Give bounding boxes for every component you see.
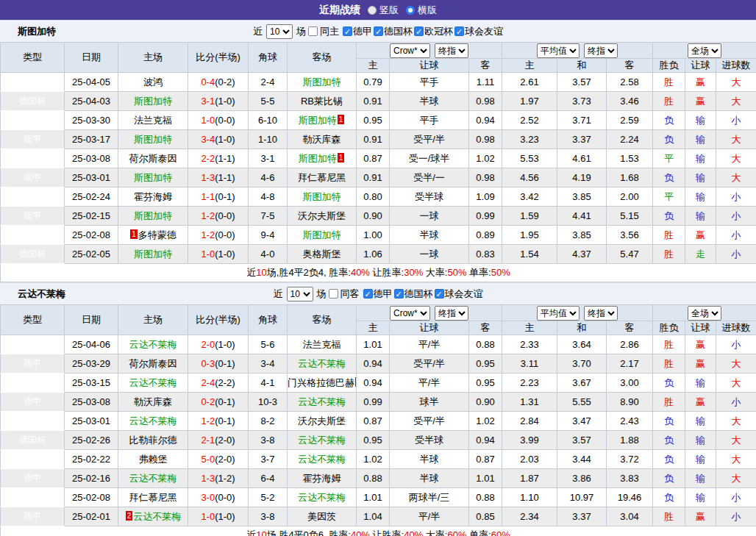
odds-stage-select[interactable]: 终指 [435,43,468,58]
result-goals: 大 [716,450,756,469]
home-team: 霍芬海姆 [118,187,188,207]
league-filter-item[interactable]: ✓欧冠杯 [414,25,453,38]
match-date: 25-02-08 [65,488,118,507]
summary-segment: 单率: [466,267,491,278]
team-name: 法兰克福 [134,115,172,126]
radio-unselected-icon[interactable] [406,6,415,15]
radio-selected-icon[interactable] [368,6,377,15]
league-checkbox[interactable]: ✓ [394,289,404,299]
result-goals: 大 [716,412,756,431]
avg-away: 2.24 [607,130,653,149]
league-checkbox[interactable]: ✓ [363,289,373,299]
avg-draw: 4.61 [557,149,607,168]
filter-bar: 斯图加特 近 10 场 同主 ✓德甲✓德国杯✓欧冠杯✓球会友谊 [0,20,756,42]
corner-score: 2-4 [249,73,288,92]
average-source-select[interactable]: 平均值 [537,306,580,321]
average-stage-select[interactable]: 终指 [584,306,618,321]
league-checkbox[interactable]: ✓ [343,26,352,36]
vertical-layout-radio[interactable]: 竖版 [368,4,399,17]
avg-away: 3.83 [607,469,653,488]
team-name: 斯图加特 [134,210,172,221]
avg-home: 1.31 [502,393,557,412]
odds-handicap: 一球 [390,207,469,226]
result-goals: 小 [716,207,756,226]
same-venue-checkbox[interactable] [308,26,318,36]
odds-home: 1.04 [357,507,390,526]
league-filter-item[interactable]: ✓德甲 [363,287,393,301]
home-team: 云达不莱梅 [118,374,188,393]
page-title: 近期战绩 [319,4,360,17]
odds-away: 1.02 [469,412,502,431]
league-filter-item[interactable]: ✓德甲 [343,25,372,38]
league-checkbox[interactable]: ✓ [414,26,424,36]
result-handicap: 走 [685,245,716,264]
fulltime-score: 1-2 [201,210,215,221]
result-handicap: 输 [685,431,716,450]
scope-select[interactable]: 全场 [688,306,721,321]
league-filter-item[interactable]: ✓球会友谊 [435,287,483,301]
league-filter-item[interactable]: ✓德国杯 [394,287,433,301]
scope-dropdown-group: 全场 [653,43,756,59]
league-badge: 德甲 [1,187,65,207]
same-venue-label: 同客 [340,287,360,301]
odds-source-select[interactable]: Crow* [390,43,430,58]
league-badge: 德甲 [1,354,65,374]
home-team: 波鸿 [118,73,188,92]
summary-segment: 50% [491,267,510,278]
league-checkbox[interactable]: ✓ [454,26,464,36]
summary-text: 近10场,胜4平2负4, 胜率:40% 让胜率:30% 大率:50% 单率:50… [1,264,756,282]
summary-segment: 60% [491,529,510,536]
avg-home: 1.87 [502,469,557,488]
score-cell: 1-0(1-0) [188,507,249,526]
avg-draw: 4.19 [557,168,607,187]
odds-away: 0.90 [469,393,502,412]
league-filter-item[interactable]: ✓球会友谊 [454,25,503,38]
halftime-score: (1-1) [215,153,235,164]
average-source-select[interactable]: 平均值 [537,43,580,58]
league-badge: 德甲 [1,226,65,245]
odds-handicap: 受平/半 [390,412,469,431]
same-venue-checkbox[interactable] [329,289,338,299]
league-badge: 德甲 [1,469,65,488]
result-handicap: 输 [685,111,716,130]
corner-score: 10-3 [249,393,288,412]
result-goals: 大 [716,73,756,92]
avg-home: 1.59 [502,207,557,226]
team-name: 勒沃库森 [134,396,172,407]
avg-home: 3.11 [502,354,557,374]
odds-handicap: 半球 [390,92,469,111]
score-cell: 2-1(2-0) [188,431,249,450]
summary-row: 近10场,胜4平2负4, 胜率:40% 让胜率:30% 大率:50% 单率:50… [1,264,756,282]
league-checkbox[interactable]: ✓ [435,289,444,299]
avg-draw: 4.41 [557,207,607,226]
corner-score: 4-8 [249,187,288,207]
scope-select[interactable]: 全场 [688,43,721,58]
odds-handicap: 两球半/三 [390,488,469,507]
avg-away: 8.90 [607,393,653,412]
league-checkbox[interactable]: ✓ [374,26,383,36]
away-team: 云达不莱梅 [288,450,357,469]
avg-draw: 3.37 [557,507,607,526]
score-cell: 0-3(0-1) [188,354,249,374]
result-outcome: 负 [653,431,685,450]
league-filter-item[interactable]: ✓德国杯 [374,25,413,38]
score-cell: 1-3(1-1) [188,168,249,187]
result-outcome: 负 [653,488,685,507]
match-date: 25-04-05 [65,73,118,92]
average-stage-select[interactable]: 终指 [584,43,618,58]
league-badge: 德甲 [1,73,65,92]
odds-handicap: 平/半 [390,507,469,526]
summary-segment: 场,胜4平0负6, 胜率: [267,529,351,536]
match-row: 德国杯25-02-26比勒菲尔德2-1(2-0)3-8云达不莱梅0.95受半球0… [1,431,756,450]
match-date: 25-03-08 [65,393,118,412]
team-name: 勒沃库森 [303,134,341,145]
recent-count-select[interactable]: 10 [287,287,313,301]
match-row: 德甲25-03-01云达不莱梅1-2(0-1)8-2沃尔夫斯堡0.87受平/半1… [1,412,756,431]
odds-source-select[interactable]: Crow* [390,306,430,321]
odds-stage-select[interactable]: 终指 [435,306,468,321]
fulltime-score: 1-0 [201,511,215,522]
recent-count-select[interactable]: 10 [266,24,293,39]
horizontal-layout-radio[interactable]: 横版 [406,4,437,17]
corner-score: 8-2 [249,412,288,431]
odds-home: 1.01 [357,335,390,354]
